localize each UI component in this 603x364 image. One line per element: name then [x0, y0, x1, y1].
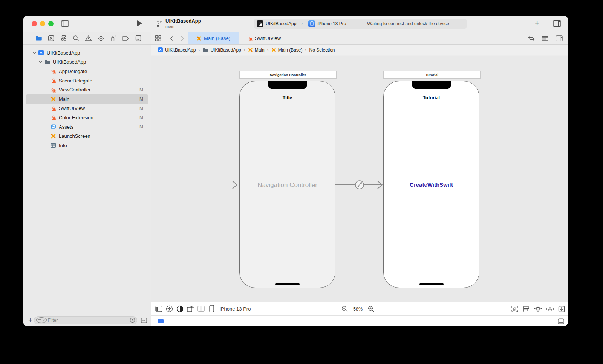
orientation-toggle-icon[interactable] — [185, 305, 196, 312]
zoom-out-icon[interactable] — [341, 306, 348, 312]
tree-row-group-folder[interactable]: UIKitBasedApp — [26, 58, 148, 67]
file-status-badge: M — [139, 124, 146, 129]
device-name-menu[interactable]: iPhone 13 Pro — [220, 306, 251, 312]
navigation-controller-placeholder-label[interactable]: Navigation Controller — [240, 181, 335, 189]
embed-in-stack-icon[interactable] — [558, 306, 565, 312]
nav-bar-title[interactable]: Title — [240, 95, 335, 101]
jumpbar-project[interactable]: UIKitBasedApp — [158, 47, 196, 53]
go-forward-button[interactable] — [177, 32, 188, 44]
add-editor-icon[interactable] — [552, 32, 568, 44]
project-navigator-icon[interactable] — [32, 34, 45, 43]
filter-field[interactable] — [34, 316, 137, 324]
disclosure-chevron-icon[interactable] — [31, 51, 37, 55]
file-label: Color Extension — [59, 115, 139, 120]
jumpbar-storyboard-base[interactable]: Main (Base) — [271, 47, 303, 53]
library-add-button[interactable]: + — [535, 19, 539, 27]
storyboard-file-icon — [196, 36, 202, 41]
tree-row-file[interactable]: LaunchScreen — [26, 131, 148, 141]
jumpbar-storyboard[interactable]: Main — [248, 47, 265, 53]
phone-notch — [412, 81, 451, 89]
show-changed-files-icon[interactable] — [141, 318, 147, 323]
storyboard-entry-indicator[interactable] — [158, 319, 164, 323]
storyboard-canvas[interactable]: Navigation Controller Title Navigation C… — [151, 56, 568, 302]
git-branch-icon — [156, 20, 163, 28]
test-navigator-icon[interactable] — [95, 34, 107, 43]
go-back-button[interactable] — [166, 32, 177, 44]
add-file-button[interactable]: + — [28, 317, 32, 324]
tree-row-file[interactable]: Color Extension M — [26, 113, 148, 122]
root-view-controller-segue[interactable] — [335, 178, 384, 192]
tab-swiftuiview[interactable]: SwiftUIView — [239, 32, 289, 44]
run-button[interactable] — [136, 20, 143, 27]
project-file-tree: UIKitBasedApp UIKitBasedApp AppDelegate … — [23, 48, 151, 150]
filter-input[interactable] — [47, 317, 130, 323]
tree-row-file[interactable]: Info — [26, 141, 148, 150]
zoom-controls: 58% — [341, 302, 374, 316]
tutorial-view-controller-scene[interactable]: Tutorial CreateWithSwift — [383, 81, 479, 288]
close-window-button[interactable] — [32, 21, 37, 26]
breakpoint-navigator-icon[interactable] — [119, 34, 132, 43]
issue-navigator-icon[interactable] — [82, 34, 95, 43]
toggle-inspectors-icon[interactable] — [553, 20, 561, 27]
find-navigator-icon[interactable] — [70, 34, 82, 43]
align-icon[interactable] — [523, 306, 530, 312]
tree-row-project-root[interactable]: UIKitBasedApp — [26, 48, 148, 58]
scene-dock-label: Tutorial — [425, 73, 438, 77]
jumpbar-label: No Selection — [309, 47, 335, 53]
initial-view-controller-arrow[interactable] — [214, 178, 240, 192]
source-control-navigator-icon[interactable] — [45, 34, 57, 43]
appearance-toggle-icon[interactable] — [174, 305, 185, 312]
sidebar-divider[interactable] — [151, 16, 151, 326]
scheme-selector[interactable]: UIKitBasedApp › — [254, 19, 308, 29]
scene-dock-navigation-controller[interactable]: Navigation Controller — [239, 71, 337, 79]
app-project-icon — [158, 47, 163, 53]
toggle-document-outline-icon[interactable] — [153, 306, 164, 312]
navigation-controller-scene[interactable]: Title Navigation Controller — [239, 81, 335, 288]
tree-row-file[interactable]: SceneDelegate — [26, 76, 148, 85]
asset-catalog-icon — [49, 124, 57, 130]
jumpbar-group[interactable]: UIKitBasedApp — [202, 47, 241, 53]
disclosure-chevron-icon[interactable] — [37, 60, 43, 64]
minimize-window-button[interactable] — [40, 21, 45, 26]
zoom-window-button[interactable] — [48, 21, 54, 26]
tab-main-storyboard[interactable]: Main (Base) — [188, 32, 239, 44]
jumpbar-label: UIKitBasedApp — [165, 47, 196, 53]
scheme-swift-icon — [257, 20, 263, 27]
zoom-in-icon[interactable] — [368, 306, 374, 312]
jumpbar-selection[interactable]: No Selection — [309, 47, 335, 53]
activity-status-message: Waiting to connect and unlock the device — [349, 21, 467, 26]
destination-device-icon — [308, 20, 315, 27]
related-items-grid-icon[interactable] — [151, 32, 166, 44]
sidebar-filter-bar: + — [23, 314, 151, 326]
chevron-separator: › — [301, 21, 303, 26]
file-label: UIKitBasedApp — [53, 59, 143, 65]
run-destination-selector[interactable]: iPhone 13 Pro — [308, 19, 349, 29]
add-constraints-icon[interactable] — [534, 306, 542, 312]
tree-row-file[interactable]: Assets M — [26, 122, 148, 132]
code-review-arrows-icon[interactable] — [525, 32, 538, 44]
update-frames-icon[interactable] — [511, 305, 519, 312]
split-preview-icon[interactable] — [196, 306, 206, 312]
device-phone-icon[interactable] — [206, 305, 217, 312]
scene-dock-tutorial[interactable]: Tutorial — [383, 71, 481, 79]
active-project-title: UIKitBasedApp — [165, 18, 201, 24]
toggle-navigator-icon[interactable] — [61, 20, 69, 27]
symbol-navigator-icon[interactable] — [57, 34, 70, 43]
debug-navigator-icon[interactable] — [107, 34, 119, 43]
tree-row-file[interactable]: AppDelegate — [26, 67, 148, 76]
filter-options-icon[interactable] — [36, 317, 47, 323]
resolve-layout-issues-icon[interactable] — [546, 306, 554, 312]
recent-files-clock-icon[interactable] — [130, 317, 135, 323]
tree-row-file[interactable]: SwiftUIView M — [26, 104, 148, 113]
chevron-separator: › — [198, 47, 200, 53]
nav-bar-title[interactable]: Tutorial — [384, 95, 479, 101]
accessibility-preview-icon[interactable] — [164, 305, 174, 312]
app-project-icon — [37, 50, 45, 56]
tree-row-file[interactable]: ViewController M — [26, 85, 148, 94]
toggle-debug-area-icon[interactable] — [558, 318, 564, 324]
tree-row-file-selected[interactable]: Main M — [26, 94, 148, 104]
createwithswift-label[interactable]: CreateWithSwift — [384, 181, 479, 188]
zoom-level-label[interactable]: 58% — [353, 306, 363, 312]
editor-options-icon[interactable] — [538, 32, 552, 44]
report-navigator-icon[interactable] — [132, 34, 144, 43]
